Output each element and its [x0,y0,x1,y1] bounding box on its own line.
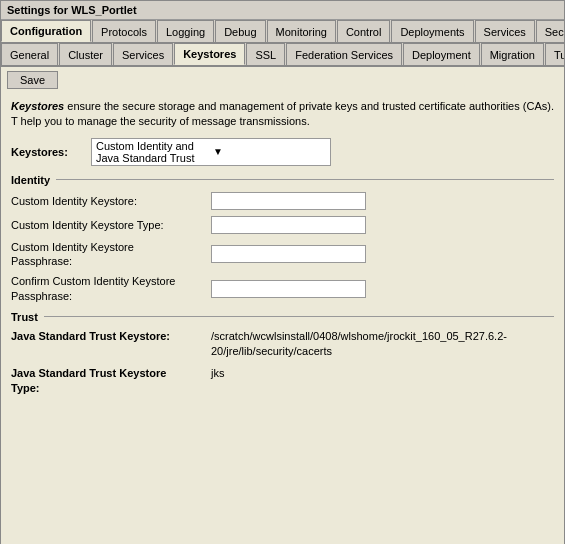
tab-security-label: Securit... [545,26,564,38]
tab-services-1[interactable]: Services [475,20,535,42]
keystores-select[interactable]: Custom Identity and Java Standard Trust … [91,138,331,166]
tab-protocols-label: Protocols [101,26,147,38]
save-button[interactable]: Save [7,71,58,89]
tab-deployment[interactable]: Deployment [403,43,480,65]
tab-general[interactable]: General [1,43,58,65]
description-text: Keystores ensure the secure storage and … [11,99,554,130]
tab-deployments[interactable]: Deployments [391,20,473,42]
tab-row-2: General Cluster Services Keystores SSL F… [1,43,564,67]
tab-ssl-label: SSL [255,49,276,61]
title-bar: Settings for WLS_Portlet [1,1,564,20]
trust-keystore-type-label: Java Standard Trust KeystoreType: [11,366,211,397]
identity-divider-line [56,179,554,180]
tab-tuning[interactable]: Tuning... [545,43,564,65]
tab-deployment-label: Deployment [412,49,471,61]
description-italic: Keystores [11,100,64,112]
tab-federation-services-label: Federation Services [295,49,393,61]
field-label-identity-keystore: Custom Identity Keystore: [11,194,211,208]
tab-cluster-label: Cluster [68,49,103,61]
field-input-identity-keystore[interactable] [211,192,366,210]
tab-debug-label: Debug [224,26,256,38]
trust-keystore-type-row: Java Standard Trust KeystoreType: jks [11,366,554,397]
tab-protocols[interactable]: Protocols [92,20,156,42]
trust-keystore-value: /scratch/wcwlsinstall/0408/wlshome/jrock… [211,329,554,360]
tab-federation-services[interactable]: Federation Services [286,43,402,65]
tab-deployments-label: Deployments [400,26,464,38]
field-label-confirm-passphrase: Confirm Custom Identity KeystorePassphra… [11,274,211,303]
tab-services-1-label: Services [484,26,526,38]
trust-divider-line [44,316,554,317]
trust-divider: Trust [11,311,554,323]
description-rest: ensure the secure storage and management… [11,100,554,127]
tab-migration[interactable]: Migration [481,43,544,65]
tab-general-label: General [10,49,49,61]
keystores-select-value: Custom Identity and Java Standard Trust [96,140,209,164]
field-input-identity-passphrase[interactable] [211,245,366,263]
tab-configuration[interactable]: Configuration [1,20,91,42]
keystores-row: Keystores: Custom Identity and Java Stan… [11,138,554,166]
tab-debug[interactable]: Debug [215,20,265,42]
field-label-identity-passphrase: Custom Identity KeystorePassphrase: [11,240,211,269]
trust-section-label: Trust [11,311,38,323]
tab-keystores[interactable]: Keystores [174,43,245,65]
tab-security[interactable]: Securit... [536,20,564,42]
content-area: Keystores ensure the secure storage and … [1,93,564,544]
field-input-identity-type[interactable] [211,216,366,234]
tab-configuration-label: Configuration [10,25,82,37]
tab-services-2-label: Services [122,49,164,61]
field-row-identity-type: Custom Identity Keystore Type: [11,216,554,234]
tab-monitoring[interactable]: Monitoring [267,20,336,42]
trust-keystore-label: Java Standard Trust Keystore: [11,329,211,344]
window-title: Settings for WLS_Portlet [7,4,137,16]
tab-monitoring-label: Monitoring [276,26,327,38]
trust-keystore-row: Java Standard Trust Keystore: /scratch/w… [11,329,554,360]
keystores-label: Keystores: [11,146,91,158]
save-row: Save [1,67,564,93]
identity-section-label: Identity [11,174,50,186]
dropdown-arrow-icon: ▼ [213,146,326,157]
tab-control-label: Control [346,26,381,38]
trust-keystore-type-value: jks [211,366,554,381]
tab-control[interactable]: Control [337,20,390,42]
field-row-confirm-passphrase: Confirm Custom Identity KeystorePassphra… [11,274,554,303]
main-window: Settings for WLS_Portlet Configuration P… [0,0,565,544]
tab-ssl[interactable]: SSL [246,43,285,65]
field-input-confirm-passphrase[interactable] [211,280,366,298]
tab-logging-label: Logging [166,26,205,38]
tab-logging[interactable]: Logging [157,20,214,42]
tab-keystores-label: Keystores [183,48,236,60]
field-row-identity-passphrase: Custom Identity KeystorePassphrase: [11,240,554,269]
tab-services-2[interactable]: Services [113,43,173,65]
tab-cluster[interactable]: Cluster [59,43,112,65]
field-label-identity-type: Custom Identity Keystore Type: [11,218,211,232]
tab-row-1: Configuration Protocols Logging Debug Mo… [1,20,564,43]
tab-tuning-label: Tuning... [554,49,564,61]
identity-divider: Identity [11,174,554,186]
tab-migration-label: Migration [490,49,535,61]
field-row-identity-keystore: Custom Identity Keystore: [11,192,554,210]
